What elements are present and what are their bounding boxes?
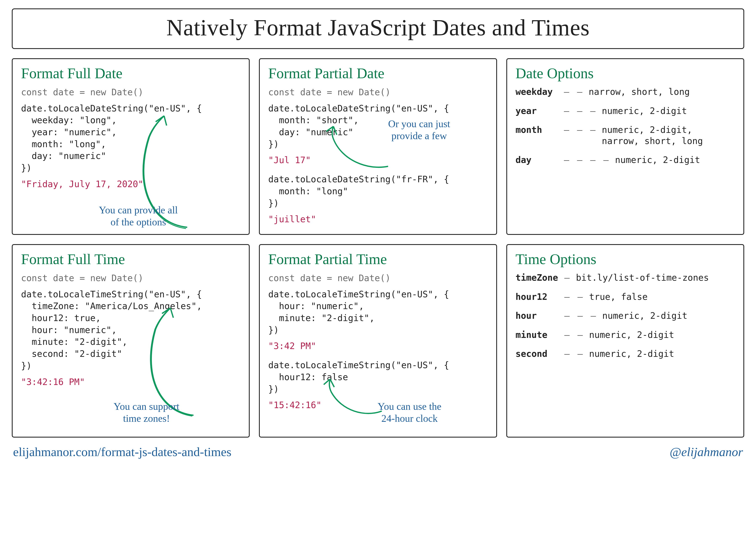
annotation: You can provide all of the options — [99, 204, 178, 228]
options-list: weekday — — narrow, short, long year — —… — [516, 86, 736, 166]
option-values: true, false — [589, 292, 648, 303]
option-key: weekday — [516, 86, 559, 97]
option-dashes: — — — — [564, 125, 597, 136]
code-result: "Jul 17" — [268, 154, 488, 166]
panel-format-full-date: Format Full Date const date = new Date()… — [12, 58, 250, 235]
panel-heading: Time Options — [516, 251, 736, 268]
code-decl: const date = new Date() — [21, 86, 241, 98]
option-row: hour12 — — true, false — [516, 292, 736, 303]
footer: elijahmanor.com/format-js-dates-and-time… — [13, 445, 743, 459]
option-row: timeZone — bit.ly/list-of-time-zones — [516, 272, 736, 284]
annotation: You can support time zones! — [114, 401, 179, 424]
option-values: numeric, 2-digit — [602, 105, 687, 117]
option-dashes: — — — [564, 292, 584, 303]
page-title: Natively Format JavaScript Dates and Tim… — [21, 14, 735, 41]
code-block: date.toLocaleDateString("en-US", { month… — [268, 103, 488, 150]
option-key: minute — [516, 329, 559, 341]
title-box: Natively Format JavaScript Dates and Tim… — [12, 8, 744, 49]
code-decl: const date = new Date() — [21, 272, 241, 284]
option-row: month — — — numeric, 2-digit, narrow, sh… — [516, 125, 736, 147]
option-dashes: — — — — [564, 310, 597, 321]
option-values: bit.ly/list-of-time-zones — [576, 272, 709, 284]
panels-grid: Format Full Date const date = new Date()… — [12, 58, 744, 438]
code-result: "juillet" — [268, 214, 488, 225]
code-block: date.toLocaleDateString("en-US", { weekd… — [21, 103, 241, 174]
panel-format-partial-date: Format Partial Date const date = new Dat… — [259, 58, 497, 235]
option-row: year — — — numeric, 2-digit — [516, 105, 736, 117]
panel-heading: Format Full Time — [21, 251, 241, 268]
option-row: hour — — — numeric, 2-digit — [516, 310, 736, 321]
option-key: day — [516, 155, 559, 166]
option-dashes: — — [564, 272, 571, 284]
option-row: second — — numeric, 2-digit — [516, 348, 736, 360]
panel-heading: Format Partial Date — [268, 65, 488, 82]
panel-format-full-time: Format Full Time const date = new Date()… — [12, 244, 250, 438]
option-dashes: — — — [564, 329, 584, 341]
option-row: day — — — — numeric, 2-digit — [516, 155, 736, 166]
footer-handle: @elijahmanor — [670, 445, 743, 459]
code-block: date.toLocaleTimeString("en-US", { hour1… — [268, 359, 488, 395]
code-result: "Friday, July 17, 2020" — [21, 178, 241, 190]
annotation: You can use the 24-hour clock — [378, 401, 441, 424]
option-row: weekday — — narrow, short, long — [516, 86, 736, 97]
option-row: minute — — numeric, 2-digit — [516, 329, 736, 341]
option-values: numeric, 2-digit — [602, 310, 687, 321]
footer-url: elijahmanor.com/format-js-dates-and-time… — [13, 445, 231, 459]
option-dashes: — — — — — [564, 155, 610, 166]
option-dashes: — — — [564, 348, 584, 360]
option-key: second — [516, 348, 559, 360]
code-result: "3:42:16 PM" — [21, 376, 241, 388]
option-values: numeric, 2-digit — [615, 155, 700, 166]
option-key: hour — [516, 310, 559, 321]
option-values: numeric, 2-digit — [589, 329, 674, 341]
panel-time-options: Time Options timeZone — bit.ly/list-of-t… — [506, 244, 744, 438]
option-values: numeric, 2-digit — [589, 348, 674, 360]
panel-heading: Format Full Date — [21, 65, 241, 82]
panel-format-partial-time: Format Partial Time const date = new Dat… — [259, 244, 497, 438]
option-key: hour12 — [516, 292, 559, 303]
annotation: Or you can just provide a few — [388, 118, 450, 142]
options-list: timeZone — bit.ly/list-of-time-zones hou… — [516, 272, 736, 360]
option-dashes: — — — — [564, 105, 597, 117]
option-key: timeZone — [516, 272, 559, 284]
code-result: "3:42 PM" — [268, 340, 488, 352]
panel-heading: Format Partial Time — [268, 251, 488, 268]
code-block: date.toLocaleTimeString("en-US", { hour:… — [268, 289, 488, 336]
option-values: numeric, 2-digit, narrow, short, long — [602, 125, 703, 147]
option-dashes: — — — [564, 86, 584, 97]
option-values: narrow, short, long — [589, 86, 690, 97]
panel-date-options: Date Options weekday — — narrow, short, … — [506, 58, 744, 235]
code-block: date.toLocaleTimeString("en-US", { timeZ… — [21, 289, 241, 372]
code-decl: const date = new Date() — [268, 272, 488, 284]
option-key: month — [516, 125, 559, 136]
code-block: date.toLocaleDateString("fr-FR", { month… — [268, 173, 488, 209]
code-decl: const date = new Date() — [268, 86, 488, 98]
panel-heading: Date Options — [516, 65, 736, 82]
option-key: year — [516, 105, 559, 117]
